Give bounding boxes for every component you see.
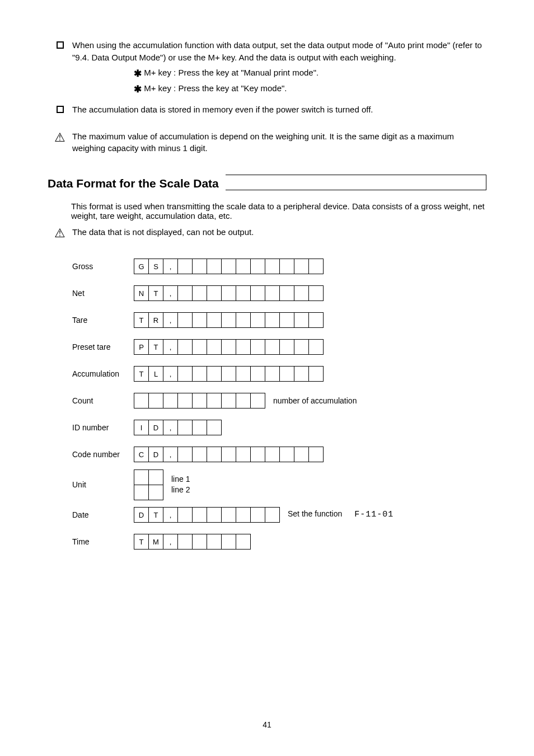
byte-row-label: ID number xyxy=(72,423,134,432)
byte-cell: T xyxy=(148,339,163,355)
byte-cell xyxy=(207,339,222,355)
byte-cell xyxy=(134,469,149,485)
byte-cell xyxy=(134,485,149,500)
byte-cell xyxy=(236,534,251,550)
byte-row-label: Accumulation xyxy=(72,369,134,378)
byte-cell: I xyxy=(134,420,149,435)
byte-cell: , xyxy=(163,447,178,462)
byte-cell xyxy=(207,285,222,301)
byte-cell xyxy=(265,366,280,382)
byte-cell xyxy=(192,534,207,550)
byte-cell xyxy=(177,420,193,435)
note-memory: The accumulation data is stored in memor… xyxy=(48,104,486,116)
byte-cell xyxy=(250,312,265,328)
byte-cell xyxy=(265,312,280,328)
byte-cell xyxy=(207,534,222,550)
byte-cell xyxy=(250,259,265,274)
byte-row-label: Count xyxy=(72,396,134,405)
section-heading: Data Format for the Scale Data xyxy=(48,175,486,190)
byte-cell xyxy=(192,447,207,462)
byte-cell: , xyxy=(163,285,178,301)
byte-cell xyxy=(308,366,324,382)
byte-cell xyxy=(221,259,236,274)
byte-cell xyxy=(250,285,265,301)
byte-cell xyxy=(207,312,222,328)
byte-cell: , xyxy=(163,507,178,523)
byte-cell xyxy=(177,534,193,550)
byte-cell xyxy=(236,393,251,408)
byte-cell xyxy=(221,339,236,355)
byte-cell xyxy=(294,366,309,382)
byte-cell: T xyxy=(134,534,149,550)
byte-cell xyxy=(294,339,309,355)
byte-cell xyxy=(308,447,324,462)
byte-cell: , xyxy=(163,259,178,274)
byte-cell xyxy=(177,366,193,382)
byte-row-unit: Unitline 1line 2 xyxy=(72,468,486,501)
byte-cell xyxy=(294,285,309,301)
byte-cell xyxy=(250,447,265,462)
section-title: Data Format for the Scale Data xyxy=(48,177,226,190)
byte-cell xyxy=(279,285,294,301)
byte-row-label: Tare xyxy=(72,316,134,325)
square-bullet-icon xyxy=(57,106,64,113)
byte-cell xyxy=(177,507,193,523)
byte-cell xyxy=(192,393,207,408)
byte-row: TareTR, xyxy=(72,307,486,334)
byte-cell xyxy=(207,447,222,462)
byte-row-label: Time xyxy=(72,537,134,546)
note-hint: ⚠ The data that is not displayed, can no… xyxy=(48,226,486,240)
byte-cell xyxy=(207,507,222,523)
byte-row: ID numberID, xyxy=(72,414,486,441)
byte-cell xyxy=(148,485,163,500)
byte-row: GrossGS, xyxy=(72,253,486,280)
byte-cell xyxy=(265,447,280,462)
byte-row-label: Date xyxy=(72,510,134,519)
byte-cell xyxy=(192,339,207,355)
byte-cell: , xyxy=(163,420,178,435)
note-text: The accumulation data is stored in memor… xyxy=(72,104,486,116)
byte-cell xyxy=(265,507,280,523)
byte-cell xyxy=(308,312,324,328)
byte-row: TimeTM, xyxy=(72,528,486,555)
byte-cell xyxy=(294,259,309,274)
byte-cell xyxy=(250,393,265,408)
byte-cell xyxy=(236,312,251,328)
byte-cell xyxy=(192,366,207,382)
byte-cell xyxy=(308,339,324,355)
byte-cell xyxy=(221,393,236,408)
byte-cell xyxy=(134,393,149,408)
byte-cell xyxy=(236,447,251,462)
byte-row: DateDT,Set the function F-11-01 xyxy=(72,501,486,528)
note-warning: ⚠ The maximum value of accumulation is d… xyxy=(48,130,486,155)
byte-cell xyxy=(265,339,280,355)
byte-cell xyxy=(192,312,207,328)
byte-layout: GrossGS,NetNT,TareTR,Preset tarePT,Accum… xyxy=(72,253,486,555)
byte-cell xyxy=(177,312,193,328)
byte-cell xyxy=(294,312,309,328)
note-accumulation: When using the accumulation function wit… xyxy=(48,39,486,64)
byte-row: NetNT, xyxy=(72,280,486,307)
byte-row-label: Code number xyxy=(72,450,134,459)
byte-cell xyxy=(279,259,294,274)
warning-icon: ⚠ xyxy=(54,132,65,144)
byte-cell xyxy=(177,393,193,408)
byte-cell xyxy=(279,447,294,462)
byte-cell: S xyxy=(148,259,163,274)
byte-row-label: Net xyxy=(72,289,134,298)
byte-cell xyxy=(308,259,324,274)
byte-cell xyxy=(236,259,251,274)
byte-row-after: Set the function F-11-01 xyxy=(288,509,394,520)
byte-cell xyxy=(221,507,236,523)
byte-cell xyxy=(192,285,207,301)
byte-cell: , xyxy=(163,534,178,550)
byte-cell: T xyxy=(148,507,163,523)
byte-cell xyxy=(250,507,265,523)
byte-cell xyxy=(294,447,309,462)
byte-cell xyxy=(308,285,324,301)
byte-cell: L xyxy=(148,366,163,382)
byte-cell xyxy=(236,366,251,382)
byte-row: Preset tarePT, xyxy=(72,334,486,360)
byte-row-label: Gross xyxy=(72,262,134,271)
byte-cell xyxy=(163,393,178,408)
